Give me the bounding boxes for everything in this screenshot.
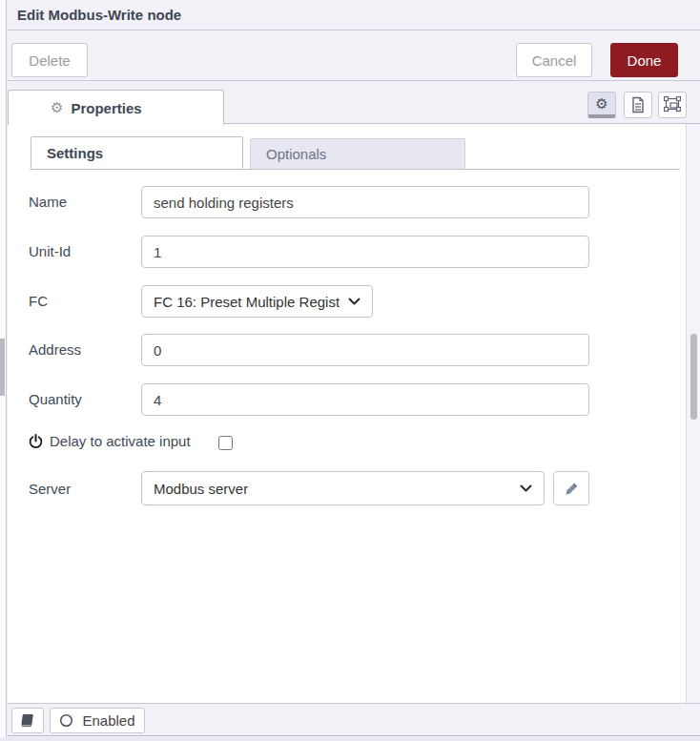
cancel-button[interactable]: Cancel xyxy=(516,43,592,77)
right-scrollbar-thumb[interactable] xyxy=(690,334,697,420)
server-select-value: Modbus server xyxy=(154,481,248,497)
bottom-edge xyxy=(0,737,700,741)
delete-button[interactable]: Delete xyxy=(11,43,88,77)
delay-row: Delay to activate input xyxy=(29,433,191,449)
fc-select[interactable]: FC 16: Preset Multiple Regist xyxy=(141,285,373,318)
right-scrollbar-track[interactable] xyxy=(686,124,700,703)
properties-panel: Settings Optionals Name Unit-Id FC FC 16… xyxy=(8,124,686,703)
quantity-input[interactable] xyxy=(141,383,589,416)
dialog-title: Edit Modbus-Write node xyxy=(8,7,181,23)
tab-properties-label: Properties xyxy=(71,100,141,116)
enabled-label: Enabled xyxy=(82,712,134,729)
address-input[interactable] xyxy=(141,334,589,366)
address-label: Address xyxy=(29,341,81,358)
tab-settings[interactable]: Settings xyxy=(31,136,243,169)
properties-icon-button[interactable]: ⚙ xyxy=(587,92,616,118)
help-button[interactable] xyxy=(11,708,44,733)
pencil-icon xyxy=(565,482,579,496)
enabled-toggle-button[interactable]: Enabled xyxy=(50,708,145,733)
editor-tab-row: ⚙ Properties ⚙ xyxy=(8,82,700,124)
dialog-footer: Enabled xyxy=(8,703,700,736)
quantity-label: Quantity xyxy=(29,391,82,407)
chevron-down-icon xyxy=(348,298,360,305)
tab-optionals[interactable]: Optionals xyxy=(250,138,465,169)
name-input[interactable] xyxy=(141,186,589,218)
delay-label: Delay to activate input xyxy=(50,433,191,449)
left-scrollbar-thumb[interactable] xyxy=(0,339,5,396)
dialog-header: Edit Modbus-Write node xyxy=(8,0,700,31)
unit-id-input[interactable] xyxy=(141,236,589,268)
server-edit-button[interactable] xyxy=(553,471,589,505)
dialog-toolbar: Delete Cancel Done xyxy=(8,31,700,81)
tab-properties[interactable]: ⚙ Properties xyxy=(8,90,224,125)
circle-icon xyxy=(59,713,73,728)
appearance-icon-button[interactable] xyxy=(658,92,687,118)
edit-node-dialog: Edit Modbus-Write node Delete Cancel Don… xyxy=(0,0,700,741)
server-select[interactable]: Modbus server xyxy=(141,471,545,505)
power-icon xyxy=(29,434,43,449)
fc-label: FC xyxy=(29,293,48,309)
description-icon-button[interactable] xyxy=(624,92,652,118)
delay-checkbox[interactable] xyxy=(218,436,233,450)
document-icon xyxy=(630,96,646,113)
unit-id-label: Unit-Id xyxy=(29,243,71,259)
book-icon xyxy=(20,713,35,728)
gear-icon: ⚙ xyxy=(51,99,63,116)
chevron-down-icon xyxy=(520,484,532,492)
fc-select-value: FC 16: Preset Multiple Regist xyxy=(154,294,340,310)
server-label: Server xyxy=(29,481,71,497)
name-label: Name xyxy=(29,194,67,210)
appearance-icon xyxy=(664,96,681,113)
gear-icon: ⚙ xyxy=(595,95,607,113)
done-button[interactable]: Done xyxy=(610,43,678,77)
subtab-strip: Settings Optionals xyxy=(30,138,680,170)
